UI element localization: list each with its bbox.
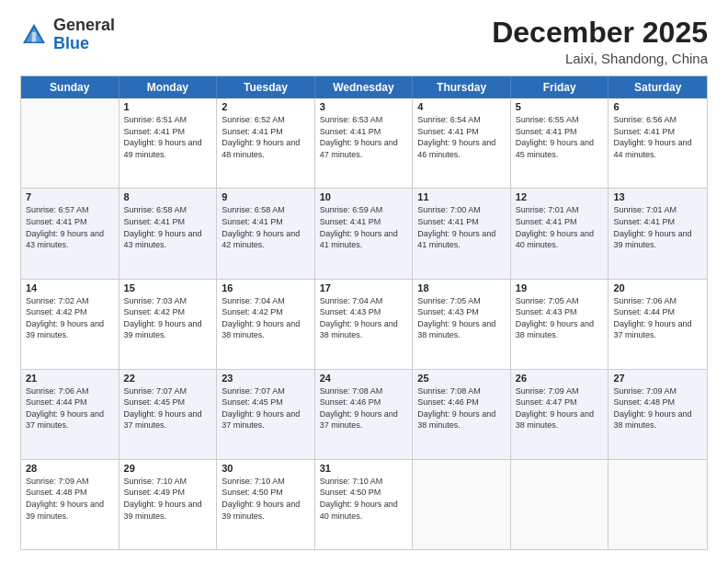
day-number: 22	[124, 373, 212, 384]
day-number: 3	[320, 101, 408, 112]
empty-cell	[511, 460, 609, 549]
cell-info: Sunrise: 7:01 AM Sunset: 4:41 PM Dayligh…	[516, 204, 604, 250]
day-cell-15: 15Sunrise: 7:03 AM Sunset: 4:42 PM Dayli…	[119, 280, 218, 369]
day-cell-17: 17Sunrise: 7:04 AM Sunset: 4:43 PM Dayli…	[315, 280, 414, 369]
day-cell-4: 4Sunrise: 6:54 AM Sunset: 4:41 PM Daylig…	[413, 98, 511, 188]
day-cell-23: 23Sunrise: 7:07 AM Sunset: 4:45 PM Dayli…	[217, 370, 315, 459]
cell-info: Sunrise: 6:56 AM Sunset: 4:41 PM Dayligh…	[613, 114, 702, 160]
cell-info: Sunrise: 7:05 AM Sunset: 4:43 PM Dayligh…	[417, 295, 506, 341]
header-day-sunday: Sunday	[21, 76, 119, 98]
day-cell-28: 28Sunrise: 7:09 AM Sunset: 4:48 PM Dayli…	[21, 460, 119, 549]
page: General Blue December 2025 Laixi, Shando…	[0, 0, 728, 563]
cell-info: Sunrise: 7:05 AM Sunset: 4:43 PM Dayligh…	[516, 295, 604, 341]
day-cell-10: 10Sunrise: 6:59 AM Sunset: 4:41 PM Dayli…	[315, 189, 414, 278]
cell-info: Sunrise: 7:07 AM Sunset: 4:45 PM Dayligh…	[222, 385, 310, 431]
cell-info: Sunrise: 7:06 AM Sunset: 4:44 PM Dayligh…	[613, 295, 702, 341]
day-cell-2: 2Sunrise: 6:52 AM Sunset: 4:41 PM Daylig…	[217, 98, 315, 188]
day-cell-13: 13Sunrise: 7:01 AM Sunset: 4:41 PM Dayli…	[609, 189, 707, 278]
cell-info: Sunrise: 6:57 AM Sunset: 4:41 PM Dayligh…	[26, 204, 114, 250]
calendar-header: SundayMondayTuesdayWednesdayThursdayFrid…	[21, 76, 707, 98]
cell-info: Sunrise: 6:59 AM Sunset: 4:41 PM Dayligh…	[320, 204, 408, 250]
day-number: 30	[222, 463, 310, 474]
day-number: 23	[222, 373, 310, 384]
day-number: 11	[417, 191, 506, 202]
day-cell-16: 16Sunrise: 7:04 AM Sunset: 4:42 PM Dayli…	[217, 280, 315, 369]
day-cell-6: 6Sunrise: 6:56 AM Sunset: 4:41 PM Daylig…	[609, 98, 707, 188]
day-number: 15	[124, 282, 212, 293]
header-day-wednesday: Wednesday	[315, 76, 414, 98]
day-cell-11: 11Sunrise: 7:00 AM Sunset: 4:41 PM Dayli…	[413, 189, 511, 278]
day-number: 9	[222, 191, 310, 202]
calendar-row-1: 1Sunrise: 6:51 AM Sunset: 4:41 PM Daylig…	[21, 98, 707, 188]
day-cell-3: 3Sunrise: 6:53 AM Sunset: 4:41 PM Daylig…	[315, 98, 414, 188]
day-number: 14	[26, 282, 114, 293]
day-number: 12	[516, 191, 604, 202]
cell-info: Sunrise: 7:01 AM Sunset: 4:41 PM Dayligh…	[613, 204, 702, 250]
day-cell-21: 21Sunrise: 7:06 AM Sunset: 4:44 PM Dayli…	[21, 370, 119, 459]
empty-cell	[21, 98, 119, 188]
day-number: 28	[26, 463, 114, 474]
day-cell-22: 22Sunrise: 7:07 AM Sunset: 4:45 PM Dayli…	[119, 370, 218, 459]
day-cell-20: 20Sunrise: 7:06 AM Sunset: 4:44 PM Dayli…	[609, 280, 707, 369]
cell-info: Sunrise: 7:09 AM Sunset: 4:48 PM Dayligh…	[613, 385, 702, 431]
day-cell-9: 9Sunrise: 6:58 AM Sunset: 4:41 PM Daylig…	[217, 189, 315, 278]
day-number: 24	[320, 373, 408, 384]
day-number: 17	[320, 282, 408, 293]
day-number: 31	[320, 463, 408, 474]
day-cell-14: 14Sunrise: 7:02 AM Sunset: 4:42 PM Dayli…	[21, 280, 119, 369]
day-cell-27: 27Sunrise: 7:09 AM Sunset: 4:48 PM Dayli…	[609, 370, 707, 459]
cell-info: Sunrise: 7:08 AM Sunset: 4:46 PM Dayligh…	[417, 385, 506, 431]
cell-info: Sunrise: 6:58 AM Sunset: 4:41 PM Dayligh…	[124, 204, 212, 250]
cell-info: Sunrise: 6:52 AM Sunset: 4:41 PM Dayligh…	[222, 114, 310, 160]
calendar-row-2: 7Sunrise: 6:57 AM Sunset: 4:41 PM Daylig…	[21, 188, 707, 278]
header-day-tuesday: Tuesday	[217, 76, 315, 98]
logo-general-text: General	[53, 16, 115, 34]
cell-info: Sunrise: 6:51 AM Sunset: 4:41 PM Dayligh…	[124, 114, 212, 160]
cell-info: Sunrise: 6:54 AM Sunset: 4:41 PM Dayligh…	[417, 114, 506, 160]
svg-rect-2	[32, 32, 37, 42]
day-number: 6	[613, 101, 702, 112]
empty-cell	[609, 460, 707, 549]
day-cell-18: 18Sunrise: 7:05 AM Sunset: 4:43 PM Dayli…	[413, 280, 511, 369]
day-cell-19: 19Sunrise: 7:05 AM Sunset: 4:43 PM Dayli…	[511, 280, 609, 369]
calendar-row-5: 28Sunrise: 7:09 AM Sunset: 4:48 PM Dayli…	[21, 459, 707, 549]
day-cell-25: 25Sunrise: 7:08 AM Sunset: 4:46 PM Dayli…	[413, 370, 511, 459]
day-number: 27	[613, 373, 702, 384]
calendar-row-3: 14Sunrise: 7:02 AM Sunset: 4:42 PM Dayli…	[21, 279, 707, 369]
day-number: 8	[124, 191, 212, 202]
day-number: 13	[613, 191, 702, 202]
day-number: 16	[222, 282, 310, 293]
day-number: 4	[417, 101, 506, 112]
cell-info: Sunrise: 6:53 AM Sunset: 4:41 PM Dayligh…	[320, 114, 408, 160]
cell-info: Sunrise: 7:04 AM Sunset: 4:42 PM Dayligh…	[222, 295, 310, 341]
day-cell-5: 5Sunrise: 6:55 AM Sunset: 4:41 PM Daylig…	[511, 98, 609, 188]
day-number: 21	[26, 373, 114, 384]
cell-info: Sunrise: 7:08 AM Sunset: 4:46 PM Dayligh…	[320, 385, 408, 431]
cell-info: Sunrise: 7:10 AM Sunset: 4:50 PM Dayligh…	[320, 476, 408, 522]
month-title: December 2025	[492, 17, 708, 49]
day-cell-8: 8Sunrise: 6:58 AM Sunset: 4:41 PM Daylig…	[119, 189, 218, 278]
day-cell-1: 1Sunrise: 6:51 AM Sunset: 4:41 PM Daylig…	[119, 98, 218, 188]
day-number: 20	[613, 282, 702, 293]
day-number: 29	[124, 463, 212, 474]
cell-info: Sunrise: 6:55 AM Sunset: 4:41 PM Dayligh…	[516, 114, 604, 160]
cell-info: Sunrise: 7:10 AM Sunset: 4:49 PM Dayligh…	[124, 476, 212, 522]
logo-text: General Blue	[53, 17, 115, 53]
cell-info: Sunrise: 7:02 AM Sunset: 4:42 PM Dayligh…	[26, 295, 114, 341]
day-cell-7: 7Sunrise: 6:57 AM Sunset: 4:41 PM Daylig…	[21, 189, 119, 278]
calendar-body: 1Sunrise: 6:51 AM Sunset: 4:41 PM Daylig…	[21, 98, 707, 549]
cell-info: Sunrise: 7:06 AM Sunset: 4:44 PM Dayligh…	[26, 385, 114, 431]
cell-info: Sunrise: 7:03 AM Sunset: 4:42 PM Dayligh…	[124, 295, 212, 341]
header-day-thursday: Thursday	[413, 76, 511, 98]
location: Laixi, Shandong, China	[492, 51, 708, 66]
day-number: 5	[516, 101, 604, 112]
calendar-row-4: 21Sunrise: 7:06 AM Sunset: 4:44 PM Dayli…	[21, 369, 707, 459]
day-cell-12: 12Sunrise: 7:01 AM Sunset: 4:41 PM Dayli…	[511, 189, 609, 278]
day-number: 7	[26, 191, 114, 202]
day-cell-24: 24Sunrise: 7:08 AM Sunset: 4:46 PM Dayli…	[315, 370, 414, 459]
day-number: 25	[417, 373, 506, 384]
cell-info: Sunrise: 6:58 AM Sunset: 4:41 PM Dayligh…	[222, 204, 310, 250]
logo-blue-text: Blue	[53, 34, 89, 52]
day-number: 10	[320, 191, 408, 202]
day-cell-31: 31Sunrise: 7:10 AM Sunset: 4:50 PM Dayli…	[315, 460, 414, 549]
